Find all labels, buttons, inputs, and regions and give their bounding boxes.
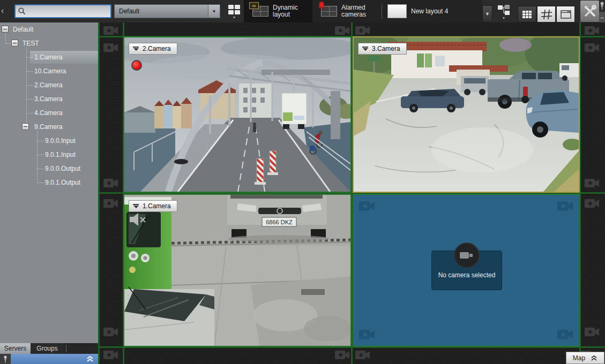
add-camera-icon[interactable]: [556, 328, 574, 342]
camera-tile-1-camera[interactable]: 6866 DKZ 1.Camera: [123, 194, 352, 347]
infinity-icon: ∞: [249, 2, 259, 9]
tree-item-9-0-1-input[interactable]: 9.0.1.Input: [0, 148, 98, 162]
pin-panel-button[interactable]: [599, 0, 605, 12]
sidebar-bottom-bar: [0, 354, 98, 364]
collapse-expander-icon[interactable]: [2, 26, 9, 33]
tab-label: Alarmed cameras: [341, 4, 376, 18]
collapse-expander-icon[interactable]: [22, 123, 29, 130]
tree-item-test[interactable]: TEST: [0, 36, 98, 50]
settings-tools-button[interactable]: [580, 1, 599, 22]
dynamic-layout-icon: ∞: [252, 6, 268, 17]
add-camera-icon[interactable]: [103, 24, 119, 37]
add-camera-icon[interactable]: [584, 41, 600, 54]
add-camera-icon[interactable]: [584, 197, 600, 210]
no-camera-message: No camera selected: [438, 271, 496, 279]
layout-grid-picker-button[interactable]: ▼: [226, 3, 243, 21]
double-chevron-up-icon: [591, 355, 597, 361]
tree-item-label: TEST: [23, 40, 39, 47]
license-plate-text: 6866 DKZ: [266, 219, 293, 225]
camera-scene-street: 6866 DKZ: [124, 195, 350, 346]
add-camera-icon[interactable]: [334, 24, 350, 37]
hierarchy-icon: [497, 5, 510, 15]
add-camera-icon[interactable]: [584, 325, 600, 338]
window-view-button[interactable]: [556, 6, 575, 22]
camera-menu-icon: [133, 204, 139, 208]
add-camera-icon[interactable]: [355, 348, 371, 361]
add-camera-icon[interactable]: [358, 328, 376, 342]
grid-view-button[interactable]: [518, 6, 536, 22]
sidebar-pin-button[interactable]: [0, 354, 11, 364]
window-icon: [561, 10, 571, 19]
tree-stub: [26, 99, 33, 100]
layout-preset-select[interactable]: Default ▼: [114, 4, 220, 18]
add-camera-icon[interactable]: [334, 348, 350, 361]
add-camera-icon[interactable]: [584, 177, 600, 189]
camera-grid-stage: 2.Camera: [98, 22, 605, 364]
tab-new-layout-4[interactable]: New layout 4: [382, 0, 482, 22]
tree-item-label: 9.0.0.Output: [45, 165, 80, 172]
empty-camera-tile[interactable]: No camera selected: [353, 194, 580, 347]
tab-groups[interactable]: Groups: [31, 343, 64, 354]
tab-alarmed-cameras[interactable]: Alarmed cameras: [312, 0, 382, 22]
tree-item-label: 3.Camera: [34, 95, 63, 103]
tab-servers[interactable]: Servers: [0, 343, 31, 354]
tree-stub: [37, 141, 44, 141]
chevron-down-icon[interactable]: ▼: [208, 5, 220, 18]
tree-stub: [26, 57, 33, 58]
add-camera-icon[interactable]: [584, 24, 600, 37]
pin-icon: [600, 2, 604, 10]
search-input[interactable]: [26, 7, 110, 16]
tree-item-3-camera[interactable]: 3.Camera: [0, 92, 98, 106]
tree-stub: [26, 71, 33, 72]
tree-connector: [26, 47, 27, 127]
sidebar-collapse-bar[interactable]: [11, 354, 98, 364]
tree-item-2-camera[interactable]: 2.Camera: [0, 78, 98, 92]
recording-indicator: [131, 60, 142, 71]
camera-title-button[interactable]: 1.Camera: [129, 200, 177, 212]
blank-layout-icon: [387, 4, 407, 18]
tree-item-label: 1.Camera: [34, 54, 63, 61]
add-camera-icon[interactable]: [103, 325, 119, 338]
camera-title-button[interactable]: 3.Camera: [358, 43, 407, 55]
frames-view-button[interactable]: [537, 6, 556, 22]
add-camera-icon[interactable]: [358, 199, 376, 213]
camera-search-box[interactable]: [14, 4, 111, 18]
add-camera-icon[interactable]: [103, 197, 119, 210]
map-panel-button[interactable]: Map: [566, 352, 604, 364]
tree-item-default[interactable]: Default: [0, 22, 98, 36]
tree-item-label: 9.0.1.Input: [45, 151, 76, 158]
collapse-left-icon[interactable]: ‹: [1, 5, 4, 16]
add-camera-icon[interactable]: [355, 24, 371, 37]
minimize-button[interactable]: –: [599, 12, 605, 22]
grid-3x3-icon: [522, 11, 532, 18]
tree-item-9-0-0-input[interactable]: 9.0.0.Input: [0, 134, 98, 148]
tree-stub: [37, 155, 44, 155]
tree-item-label: Default: [13, 26, 33, 33]
alarmed-layout-icon: [321, 6, 337, 17]
tab-dynamic-layout[interactable]: ∞ Dynamic layout: [244, 0, 312, 22]
map-panel-label: Map: [573, 354, 585, 362]
audio-muted-icon[interactable]: [130, 213, 147, 226]
tree-item-4-camera[interactable]: 4.Camera: [0, 106, 98, 120]
tree-item-9-0-0-output[interactable]: 9.0.0.Output: [0, 162, 98, 176]
collapse-expander-icon[interactable]: [11, 40, 18, 47]
add-camera-icon[interactable]: [103, 41, 119, 54]
add-camera-icon[interactable]: [556, 199, 574, 213]
tree-item-1-camera[interactable]: 1.Camera: [0, 50, 98, 64]
tab-overflow-scroll-button[interactable]: ▼: [482, 5, 492, 22]
tree-item-label: 10.Camera: [34, 67, 66, 75]
no-camera-selected-box[interactable]: No camera selected: [431, 251, 502, 290]
tree-item-10-camera[interactable]: 10.Camera: [0, 64, 98, 78]
add-camera-icon[interactable]: [103, 348, 119, 361]
camera-tree: Default TEST 1.Camera 10.Camera 2.Camera: [0, 22, 98, 343]
frames-grid-icon: [541, 10, 552, 19]
camera-title-button[interactable]: 2.Camera: [129, 43, 177, 55]
add-camera-icon[interactable]: [103, 177, 119, 189]
camera-tile-2-camera[interactable]: 2.Camera: [123, 36, 352, 193]
alarm-bell-icon: [317, 1, 326, 12]
camera-tile-3-camera[interactable]: 3.Camera: [353, 36, 580, 193]
camera-title: 1.Camera: [143, 202, 171, 210]
camera-hierarchy-picker-button[interactable]: ▼: [495, 3, 512, 22]
tree-item-9-0-1-output[interactable]: 9.0.1.Output: [0, 176, 98, 189]
tree-item-9-camera[interactable]: 9.Camera: [0, 120, 98, 134]
